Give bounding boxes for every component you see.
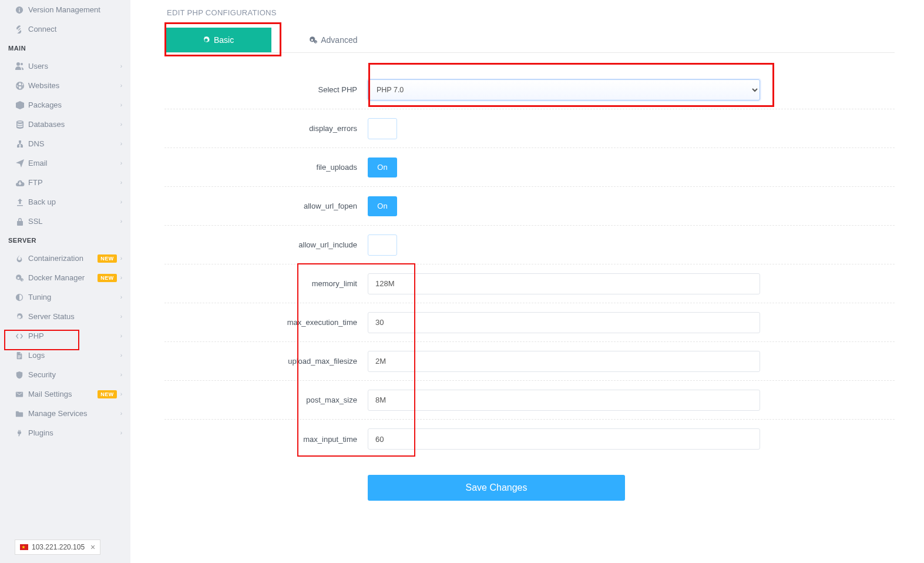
- sidebar-item-label: Security: [28, 370, 120, 379]
- toggle-file-uploads[interactable]: On: [368, 157, 397, 177]
- sidebar-item-containerization[interactable]: Containerization NEW ›: [0, 249, 130, 268]
- label-upload-max-filesize: upload_max_filesize: [164, 357, 368, 366]
- sidebar-item-tuning[interactable]: Tuning ›: [0, 287, 130, 307]
- sidebar-item-connect[interactable]: Connect: [0, 19, 130, 39]
- sidebar-item-databases[interactable]: Databases ›: [0, 115, 130, 134]
- sidebar-item-backup[interactable]: Back up ›: [0, 192, 130, 212]
- sidebar-item-label: Manage Services: [28, 409, 120, 418]
- sidebar-item-security[interactable]: Security ›: [0, 365, 130, 384]
- sidebar-item-label: Back up: [28, 197, 120, 206]
- input-max-execution-time[interactable]: [368, 312, 760, 333]
- new-badge: NEW: [98, 390, 117, 398]
- sidebar-heading-main: MAIN: [0, 39, 130, 56]
- sidebar-item-version-management[interactable]: Version Management: [0, 0, 130, 19]
- row-allow-url-include: allow_url_include: [164, 226, 895, 264]
- sidebar-item-users[interactable]: Users ›: [0, 56, 130, 76]
- sidebar-item-mail-settings[interactable]: Mail Settings NEW ›: [0, 384, 130, 404]
- sidebar-item-email[interactable]: Email ›: [0, 153, 130, 173]
- label-allow-url-include: allow_url_include: [164, 240, 368, 249]
- toggle-allow-url-fopen[interactable]: On: [368, 196, 397, 216]
- shield-icon: [15, 371, 28, 379]
- ip-address: 103.221.220.105: [32, 543, 85, 551]
- sidebar-item-label: FTP: [28, 178, 120, 187]
- chevron-right-icon: ›: [120, 391, 122, 397]
- code-icon: [15, 332, 28, 340]
- sidebar-item-logs[interactable]: Logs ›: [0, 346, 130, 365]
- chevron-right-icon: ›: [120, 371, 122, 378]
- sidebar-item-manage-services[interactable]: Manage Services ›: [0, 404, 130, 423]
- chevron-right-icon: ›: [120, 333, 122, 339]
- sitemap-icon: [15, 139, 28, 149]
- label-allow-url-fopen: allow_url_fopen: [164, 202, 368, 210]
- flag-icon: [20, 544, 28, 550]
- sidebar-item-ftp[interactable]: FTP ›: [0, 173, 130, 192]
- sidebar-item-label: Websites: [28, 81, 120, 90]
- sidebar-item-label: Users: [28, 62, 120, 71]
- sidebar-item-label: Docker Manager: [28, 273, 98, 282]
- cloud-icon: [15, 178, 28, 187]
- chevron-right-icon: ›: [120, 255, 122, 262]
- sidebar-item-docker-manager[interactable]: Docker Manager NEW ›: [0, 268, 130, 287]
- sidebar-item-plugins[interactable]: Plugins ›: [0, 423, 130, 443]
- chevron-right-icon: ›: [120, 199, 122, 205]
- row-max-input-time: max_input_time: [164, 420, 895, 458]
- input-post-max-size[interactable]: [368, 390, 760, 411]
- label-post-max-size: post_max_size: [164, 396, 368, 404]
- tab-advanced[interactable]: Advanced: [271, 28, 395, 52]
- sidebar-item-label: Plugins: [28, 428, 120, 437]
- new-badge: NEW: [98, 254, 117, 263]
- sidebar-item-label: Containerization: [28, 254, 98, 263]
- sidebar-item-label: PHP: [28, 331, 120, 340]
- sidebar-item-label: Version Management: [28, 5, 122, 14]
- new-badge: NEW: [98, 274, 117, 282]
- row-upload-max-filesize: upload_max_filesize: [164, 342, 895, 381]
- globe-icon: [15, 81, 28, 91]
- row-file-uploads: file_uploads On: [164, 148, 895, 187]
- upload-icon: [15, 197, 28, 207]
- doc-icon: [15, 351, 28, 360]
- chevron-right-icon: ›: [120, 430, 122, 436]
- gears-icon: [15, 274, 28, 282]
- sidebar-item-label: Logs: [28, 351, 120, 360]
- row-select-php: Select PHP PHP 7.0: [164, 71, 895, 109]
- row-memory-limit: memory_limit: [164, 264, 895, 303]
- input-allow-url-include[interactable]: [368, 234, 397, 256]
- input-display-errors[interactable]: [368, 118, 397, 139]
- input-memory-limit[interactable]: [368, 273, 760, 294]
- input-max-input-time[interactable]: [368, 428, 760, 450]
- select-php[interactable]: PHP 7.0: [368, 79, 760, 100]
- tab-label: Advanced: [321, 35, 357, 45]
- sidebar-item-packages[interactable]: Packages ›: [0, 95, 130, 115]
- sidebar-item-server-status[interactable]: Server Status ›: [0, 307, 130, 326]
- sidebar-item-websites[interactable]: Websites ›: [0, 76, 130, 95]
- sidebar-item-label: Connect: [28, 25, 122, 33]
- main-content: EDIT PHP CONFIGURATIONS Basic Advanced S…: [164, 0, 895, 501]
- fire-icon: [15, 254, 28, 263]
- ip-taskbar-tag[interactable]: 103.221.220.105 ×: [15, 539, 100, 555]
- sidebar-item-dns[interactable]: DNS ›: [0, 134, 130, 153]
- label-select-php: Select PHP: [164, 85, 368, 94]
- chevron-right-icon: ›: [120, 140, 122, 147]
- label-max-execution-time: max_execution_time: [164, 318, 368, 327]
- package-icon: [15, 100, 28, 110]
- adjust-icon: [15, 293, 28, 301]
- mail-icon: [15, 390, 28, 398]
- chevron-right-icon: ›: [120, 294, 122, 300]
- label-max-input-time: max_input_time: [164, 435, 368, 444]
- chevron-right-icon: ›: [120, 102, 122, 108]
- row-display-errors: display_errors: [164, 109, 895, 148]
- close-icon[interactable]: ×: [90, 542, 95, 552]
- php-config-form: Select PHP PHP 7.0 display_errors file_u…: [164, 53, 895, 501]
- link-icon: [15, 25, 28, 33]
- row-allow-url-fopen: allow_url_fopen On: [164, 187, 895, 226]
- sidebar-item-php[interactable]: PHP ›: [0, 326, 130, 346]
- highlight-box: [164, 22, 281, 56]
- sidebar-item-ssl[interactable]: SSL ›: [0, 212, 130, 231]
- gears-icon: [309, 36, 317, 44]
- input-upload-max-filesize[interactable]: [368, 351, 760, 372]
- sidebar-item-label: Packages: [28, 100, 120, 109]
- chevron-right-icon: ›: [120, 82, 122, 89]
- save-changes-button[interactable]: Save Changes: [368, 475, 625, 501]
- sidebar: Version Management Connect MAIN Users › …: [0, 0, 130, 563]
- sidebar-item-label: SSL: [28, 217, 120, 226]
